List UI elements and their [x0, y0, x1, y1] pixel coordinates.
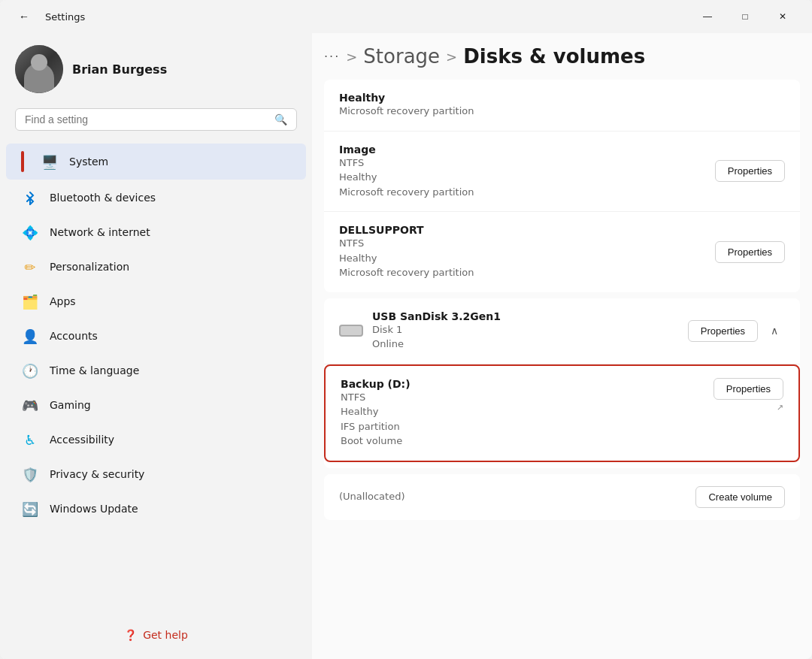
unallocated-label: (Unallocated)	[339, 489, 405, 504]
title-bar: ← Settings — □ ✕	[0, 0, 812, 33]
partition-detail-dellsupport: NTFSHealthyMicrosoft recovery partition	[339, 236, 474, 280]
backup-name: Backup (D:)	[341, 378, 411, 390]
sidebar-item-update[interactable]: 🔄 Windows Update	[6, 492, 306, 525]
bluetooth-icon	[21, 189, 39, 207]
properties-button-image[interactable]: Properties	[715, 160, 785, 182]
unallocated-row: (Unallocated) Create volume	[324, 474, 800, 520]
backup-detail-1: NTFS	[341, 391, 365, 403]
personalization-icon: ✏️	[21, 258, 39, 276]
partition-name-image: Image	[339, 144, 474, 156]
properties-button-usb[interactable]: Properties	[688, 320, 758, 342]
breadcrumb-more[interactable]: ···	[324, 50, 340, 64]
update-icon: 🔄	[21, 500, 39, 518]
disk-drive-icon	[339, 325, 363, 337]
accounts-icon: 👤	[21, 327, 39, 345]
partition-row-image: Image NTFSHealthyMicrosoft recovery part…	[324, 131, 800, 213]
apps-icon: 🗂️	[21, 292, 39, 310]
disk-header-left: USB SanDisk 3.2Gen1 Disk 1 Online	[339, 310, 501, 352]
sidebar-item-label-update: Windows Update	[50, 503, 138, 515]
sidebar-item-apps[interactable]: 🗂️ Apps	[6, 285, 306, 318]
breadcrumb-current: Disks & volumes	[463, 45, 645, 68]
partition-detail-healthy: Microsoft recovery partition	[339, 104, 474, 119]
get-help-label: Get help	[143, 629, 188, 641]
accessibility-icon: ♿	[21, 431, 39, 449]
sidebar-item-label-privacy: Privacy & security	[50, 468, 144, 480]
sidebar-item-network[interactable]: 💠 Network & internet	[6, 216, 306, 249]
properties-button-backup[interactable]: Properties	[714, 378, 783, 400]
sidebar-item-time[interactable]: 🕐 Time & language	[6, 354, 306, 387]
sidebar-item-accounts[interactable]: 👤 Accounts	[6, 319, 306, 352]
network-icon: 💠	[21, 223, 39, 241]
partition-info-image: Image NTFSHealthyMicrosoft recovery part…	[339, 144, 474, 200]
time-icon: 🕐	[21, 361, 39, 379]
usb-disk-name: USB SanDisk 3.2Gen1	[372, 310, 501, 322]
search-box[interactable]: 🔍	[15, 108, 297, 131]
usb-disk-detail: Disk 1 Online	[372, 322, 501, 352]
backup-row: Backup (D:) NTFS Healthy IFS partition B…	[326, 366, 798, 461]
sidebar-item-label-personalization: Personalization	[50, 261, 129, 273]
partition-name-dellsupport: DELLSUPPORT	[339, 224, 474, 236]
breadcrumb: ··· > Storage > Disks & volumes	[312, 33, 812, 80]
maximize-button[interactable]: □	[728, 5, 762, 29]
backup-detail-4: Boot volume	[341, 435, 402, 446]
partition-name-healthy: Healthy	[339, 92, 474, 104]
back-button[interactable]: ←	[12, 5, 36, 29]
breadcrumb-storage[interactable]: Storage	[363, 45, 440, 68]
usb-disk-info: USB SanDisk 3.2Gen1 Disk 1 Online	[372, 310, 501, 352]
sidebar-item-personalization[interactable]: ✏️ Personalization	[6, 250, 306, 283]
avatar-image	[15, 45, 63, 93]
scroll-content: Healthy Microsoft recovery partition Ima…	[312, 80, 812, 659]
partition-detail-image: NTFSHealthyMicrosoft recovery partition	[339, 156, 474, 200]
sidebar-item-label-time: Time & language	[50, 364, 139, 376]
partition-row-dellsupport: DELLSUPPORT NTFSHealthyMicrosoft recover…	[324, 212, 800, 292]
collapse-button[interactable]: ∧	[764, 320, 785, 341]
active-indicator	[21, 151, 24, 172]
search-icon: 🔍	[274, 113, 287, 125]
disk-header: USB SanDisk 3.2Gen1 Disk 1 Online Proper…	[324, 298, 800, 364]
sidebar-item-label-network: Network & internet	[50, 226, 150, 238]
disk-header-controls: Properties ∧	[688, 320, 785, 342]
minimize-button[interactable]: —	[690, 5, 725, 29]
usb-disk-disk: Disk 1	[372, 324, 402, 335]
avatar	[15, 45, 63, 93]
breadcrumb-sep1: >	[346, 49, 357, 65]
get-help-icon: ❓	[124, 629, 137, 641]
usb-disk-status: Online	[372, 338, 404, 349]
sidebar-item-accessibility[interactable]: ♿ Accessibility	[6, 423, 306, 456]
backup-detail: NTFS Healthy IFS partition Boot volume	[341, 390, 411, 449]
user-section: Brian Burgess	[0, 33, 312, 108]
backup-button-area: Properties ↗	[714, 378, 783, 413]
main-layout: Brian Burgess 🔍 🖥️ System Bluetooth	[0, 33, 812, 659]
window-controls: — □ ✕	[690, 5, 800, 29]
settings-window: ← Settings — □ ✕ Brian Burgess 🔍	[0, 0, 812, 659]
sidebar-item-system[interactable]: 🖥️ System	[6, 144, 306, 180]
user-name: Brian Burgess	[72, 62, 167, 77]
close-button[interactable]: ✕	[765, 5, 800, 29]
sidebar-item-gaming[interactable]: 🎮 Gaming	[6, 388, 306, 422]
breadcrumb-sep2: >	[446, 49, 457, 65]
sidebar-item-label-gaming: Gaming	[50, 399, 91, 411]
usb-disk-section: USB SanDisk 3.2Gen1 Disk 1 Online Proper…	[324, 298, 800, 468]
sidebar-item-label-accessibility: Accessibility	[50, 434, 114, 446]
sidebar: Brian Burgess 🔍 🖥️ System Bluetooth	[0, 33, 312, 659]
backup-partition-section: Backup (D:) NTFS Healthy IFS partition B…	[324, 364, 800, 462]
partition-info-dellsupport: DELLSUPPORT NTFSHealthyMicrosoft recover…	[339, 224, 474, 280]
sidebar-item-bluetooth[interactable]: Bluetooth & devices	[6, 181, 306, 214]
sidebar-item-label-bluetooth: Bluetooth & devices	[50, 192, 156, 204]
sidebar-item-label-accounts: Accounts	[50, 330, 98, 342]
properties-button-dellsupport[interactable]: Properties	[715, 241, 785, 263]
backup-info: Backup (D:) NTFS Healthy IFS partition B…	[341, 378, 411, 449]
sidebar-item-privacy[interactable]: 🛡️ Privacy & security	[6, 458, 306, 491]
sidebar-item-label-system: System	[69, 156, 108, 168]
partition-row-healthy-top: Healthy Microsoft recovery partition	[324, 80, 800, 131]
create-volume-button[interactable]: Create volume	[695, 486, 785, 508]
title-bar-left: ← Settings	[12, 5, 85, 29]
window-title: Settings	[45, 11, 85, 23]
backup-detail-3: IFS partition	[341, 421, 400, 432]
gaming-icon: 🎮	[21, 396, 39, 414]
privacy-icon: 🛡️	[21, 465, 39, 483]
partition-info-healthy: Healthy Microsoft recovery partition	[339, 92, 474, 119]
system-icon: 🖥️	[41, 153, 59, 171]
get-help-bar[interactable]: ❓ Get help	[0, 620, 312, 650]
search-input[interactable]	[25, 113, 268, 125]
